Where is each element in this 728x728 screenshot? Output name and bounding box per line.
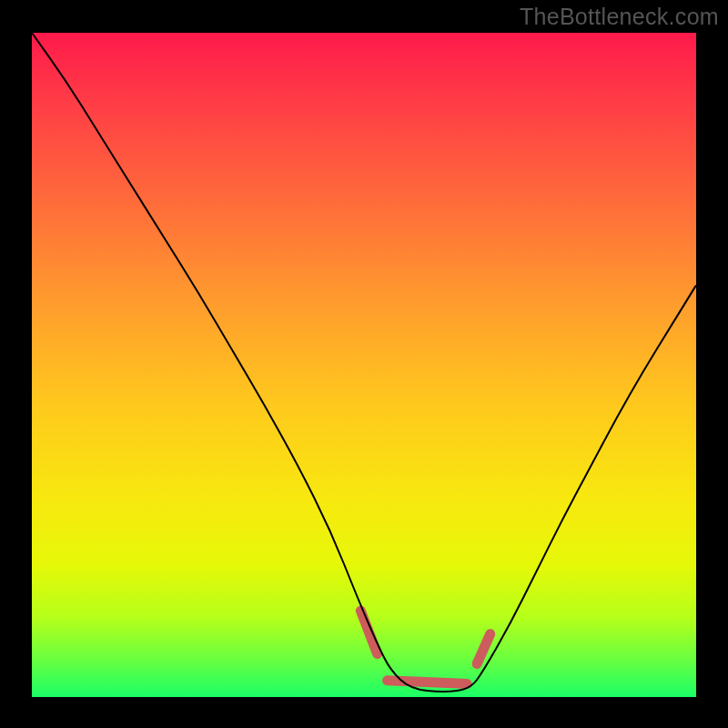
plot-background xyxy=(32,33,696,697)
watermark-text: TheBottleneck.com xyxy=(520,4,719,30)
chart-frame: TheBottleneck.com xyxy=(0,0,728,728)
bottleneck-chart xyxy=(0,0,728,728)
svg-line-1 xyxy=(388,681,468,684)
